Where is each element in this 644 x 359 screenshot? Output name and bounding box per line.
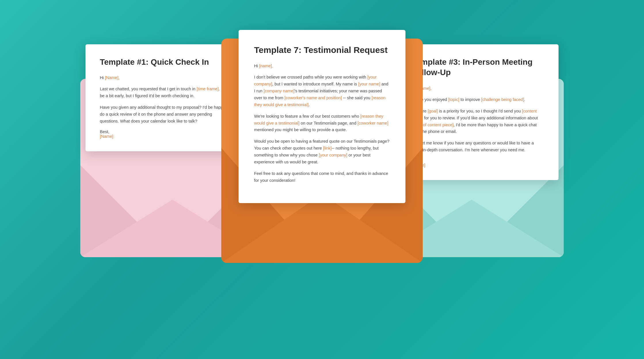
- scene: Template #1: Quick Check In Hi [Name], L…: [63, 21, 581, 338]
- right-topic: [topic]: [448, 97, 460, 102]
- center-your-name: [your name]: [358, 82, 380, 86]
- right-letter-body: I hope you enjoyed [topic] to improve [c…: [412, 96, 544, 154]
- right-letter-signoff: Best, [Name]: [412, 158, 544, 167]
- left-para-1: Last we chatted, you requested that I ge…: [100, 86, 232, 100]
- left-best: Best,: [100, 129, 232, 134]
- right-challenge: [challenge being faced]: [481, 97, 524, 102]
- center-para-1: I don't believe we crossed paths while y…: [254, 74, 390, 108]
- center-letter-body: I don't believe we crossed paths while y…: [254, 74, 390, 184]
- right-letter-greeting: Hi [Name],: [412, 86, 544, 91]
- center-letter: Template 7: Testimonial Request Hi [name…: [239, 30, 405, 203]
- center-letter-title: Template 7: Testimonial Request: [254, 44, 390, 56]
- center-envelope-flap-bottom: [221, 194, 423, 263]
- left-letter-signoff: Best, [Name]: [100, 129, 232, 139]
- right-signature: [Name]: [412, 163, 544, 167]
- center-letter-greeting: Hi [name],: [254, 64, 390, 68]
- center-para-4: Feel free to ask any questions that come…: [254, 170, 390, 184]
- right-para-1: I hope you enjoyed [topic] to improve [c…: [412, 96, 544, 103]
- center-para-3: Would you be open to having a featured q…: [254, 138, 390, 166]
- right-para-2: I'm sure [goal] is a priority for you, s…: [412, 108, 544, 135]
- center-company-name: [company name]: [264, 89, 294, 93]
- left-para-2: Have you given any additional thought to…: [100, 104, 232, 125]
- left-letter-greeting: Hi [Name],: [100, 75, 232, 80]
- right-best: Best,: [412, 158, 544, 163]
- center-greeting-placeholder: [name],: [259, 64, 273, 68]
- left-signature: [Name]: [100, 134, 232, 139]
- center-coworker-name: [coworker name]: [357, 121, 388, 125]
- right-goal: [goal]: [428, 109, 438, 113]
- right-letter-title: Template #3: In-Person Meeting Follow-Up: [412, 57, 544, 78]
- left-letter-body: Last we chatted, you requested that I ge…: [100, 86, 232, 125]
- center-para-2: We're looking to feature a few of our be…: [254, 113, 390, 134]
- left-letter-title: Template #1: Quick Check In: [100, 57, 232, 67]
- right-para-3: Just let me know if you have any questio…: [412, 140, 544, 154]
- center-coworker-name-pos: [coworker's name and position]: [285, 96, 342, 100]
- center-your-company-2: [your company]: [319, 153, 347, 157]
- center-link: [link]: [323, 146, 332, 150]
- left-greeting-placeholder: [Name],: [105, 75, 120, 80]
- left-timeframe-placeholder: [time frame]: [197, 87, 219, 91]
